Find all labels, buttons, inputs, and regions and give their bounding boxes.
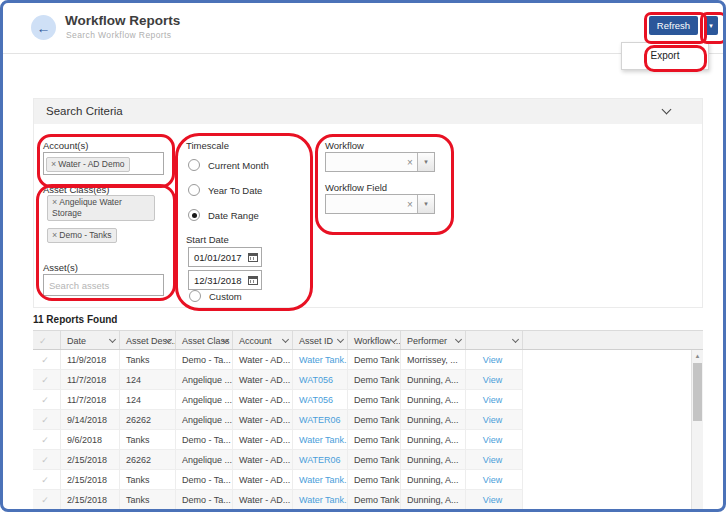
search-criteria-header[interactable]: Search Criteria — [34, 99, 702, 124]
column-header-action[interactable] — [466, 331, 523, 349]
cell-performer: Morrissey, ... — [401, 350, 466, 369]
cell-view-link[interactable]: View — [466, 350, 523, 369]
cell-select[interactable]: ✓ — [33, 470, 61, 489]
cell-view-link[interactable]: View — [466, 430, 523, 449]
column-header-asset_class[interactable]: Asset Class — [176, 331, 233, 349]
collapse-chevron-icon[interactable] — [662, 105, 672, 115]
radio-date-range[interactable]: Date Range — [188, 209, 259, 221]
table-row[interactable]: ✓11/9/2018TanksDemo - Ta...Water - AD...… — [33, 350, 523, 370]
dropdown-arrow-icon[interactable]: ▾ — [417, 153, 434, 171]
sort-chevron-icon[interactable] — [455, 336, 462, 343]
cell-asset-id[interactable]: WAT056 — [293, 370, 348, 389]
table-row[interactable]: ✓11/7/2018124Angelique ...Water - AD...W… — [33, 390, 523, 410]
selected-tag[interactable]: ×Demo - Tanks — [47, 228, 117, 243]
table-row[interactable]: ✓2/15/201826262Angelique ...Water - AD..… — [33, 450, 523, 470]
calendar-icon[interactable] — [248, 253, 258, 262]
asset-id-link[interactable]: Water Tank... — [299, 495, 348, 505]
view-link[interactable]: View — [483, 475, 502, 485]
column-header-asset_id[interactable]: Asset ID — [293, 331, 348, 349]
sort-chevron-icon[interactable] — [109, 336, 116, 343]
remove-tag-icon[interactable]: × — [52, 230, 57, 240]
cell-select[interactable]: ✓ — [33, 450, 61, 469]
column-header-performer[interactable]: Performer — [401, 331, 466, 349]
check-icon: ✓ — [41, 375, 49, 385]
cell-asset-id[interactable]: WATER06 — [293, 410, 348, 429]
sort-chevron-icon[interactable] — [165, 336, 172, 343]
cell-view-link[interactable]: View — [466, 490, 523, 509]
calendar-icon[interactable] — [248, 276, 258, 285]
cell-select[interactable]: ✓ — [33, 350, 61, 369]
asset-id-link[interactable]: Water Tank... — [299, 475, 348, 485]
remove-tag-icon[interactable]: × — [52, 197, 57, 207]
view-link[interactable]: View — [483, 455, 502, 465]
cell-asset-id[interactable]: Water Tank... — [293, 470, 348, 489]
cell-asset-id[interactable]: Water Tank... — [293, 430, 348, 449]
sort-chevron-icon[interactable] — [390, 336, 397, 343]
table-row[interactable]: ✓2/15/2018TanksDemo - Ta...Water - AD...… — [33, 470, 523, 490]
workflow-combobox[interactable]: × ▾ — [325, 152, 435, 172]
table-row[interactable]: ✓2/15/2018TanksDemo - Ta...Water - AD...… — [33, 490, 523, 510]
start-date-input[interactable]: 01/01/2017 — [188, 247, 262, 267]
asset-id-link[interactable]: WATER06 — [299, 455, 341, 465]
cell-asset-id[interactable]: WAT056 — [293, 390, 348, 409]
accounts-input[interactable]: ×Water - AD Demo — [43, 152, 164, 175]
sort-chevron-icon[interactable] — [222, 336, 229, 343]
view-link[interactable]: View — [483, 375, 502, 385]
asset-id-link[interactable]: WAT056 — [299, 395, 333, 405]
cell-asset-id[interactable]: WATER06 — [293, 450, 348, 469]
radio-year-to-date[interactable]: Year To Date — [188, 184, 262, 196]
sort-chevron-icon[interactable] — [512, 336, 519, 343]
cell-asset-class: Demo - Ta... — [176, 430, 233, 449]
scroll-up-icon[interactable]: ▲ — [692, 350, 703, 361]
selected-tag[interactable]: ×Water - AD Demo — [46, 157, 130, 172]
clear-icon[interactable]: × — [403, 195, 417, 213]
table-row[interactable]: ✓9/6/2018TanksDemo - Ta...Water - AD...W… — [33, 430, 523, 450]
cell-select[interactable]: ✓ — [33, 490, 61, 509]
cell-asset-id[interactable]: Water Tank... — [293, 490, 348, 509]
sort-chevron-icon[interactable] — [337, 336, 344, 343]
workflow-field-combobox[interactable]: × ▾ — [325, 194, 435, 214]
remove-tag-icon[interactable]: × — [51, 159, 56, 169]
dropdown-arrow-icon[interactable]: ▾ — [417, 195, 434, 213]
clear-icon[interactable]: × — [403, 153, 417, 171]
table-row[interactable]: ✓9/14/201826262Angelique ...Water - AD..… — [33, 410, 523, 430]
column-header-account[interactable]: Account — [233, 331, 293, 349]
end-date-input[interactable]: 12/31/2018 — [188, 270, 262, 290]
asset-id-link[interactable]: WATER06 — [299, 415, 341, 425]
cell-select[interactable]: ✓ — [33, 410, 61, 429]
view-link[interactable]: View — [483, 355, 502, 365]
view-link[interactable]: View — [483, 435, 502, 445]
view-link[interactable]: View — [483, 415, 502, 425]
asset-id-link[interactable]: Water Tank... — [299, 355, 348, 365]
export-menu-item[interactable]: Export — [622, 43, 708, 69]
cell-view-link[interactable]: View — [466, 450, 523, 469]
column-header-workflow[interactable]: Workflow ... — [348, 331, 401, 349]
sort-chevron-icon[interactable] — [282, 336, 289, 343]
cell-select[interactable]: ✓ — [33, 370, 61, 389]
assets-search-input[interactable] — [43, 274, 164, 296]
refresh-button[interactable]: Refresh — [649, 16, 698, 35]
cell-view-link[interactable]: View — [466, 410, 523, 429]
back-button[interactable]: ← — [31, 15, 56, 40]
column-header-asset_desc[interactable]: Asset Desc... — [120, 331, 176, 349]
cell-asset-id[interactable]: Water Tank... — [293, 350, 348, 369]
cell-view-link[interactable]: View — [466, 370, 523, 389]
refresh-dropdown-button[interactable]: ▾ — [704, 16, 718, 35]
cell-view-link[interactable]: View — [466, 470, 523, 489]
asset-id-link[interactable]: Water Tank... — [299, 435, 348, 445]
asset-id-link[interactable]: WAT056 — [299, 375, 333, 385]
column-header-select[interactable]: ✓ — [33, 331, 61, 349]
radio-current-month[interactable]: Current Month — [188, 159, 269, 171]
vertical-scrollbar[interactable]: ▲ — [691, 350, 703, 511]
cell-view-link[interactable]: View — [466, 390, 523, 409]
radio-custom[interactable]: Custom — [189, 290, 242, 302]
cell-account: Water - AD... — [233, 450, 293, 469]
view-link[interactable]: View — [483, 495, 502, 505]
selected-tag[interactable]: ×Angelique Water Storage — [47, 195, 155, 221]
column-header-date[interactable]: Date — [61, 331, 120, 349]
cell-select[interactable]: ✓ — [33, 430, 61, 449]
table-row[interactable]: ✓11/7/2018124Angelique ...Water - AD...W… — [33, 370, 523, 390]
view-link[interactable]: View — [483, 395, 502, 405]
scrollbar-thumb[interactable] — [693, 363, 702, 421]
cell-select[interactable]: ✓ — [33, 390, 61, 409]
